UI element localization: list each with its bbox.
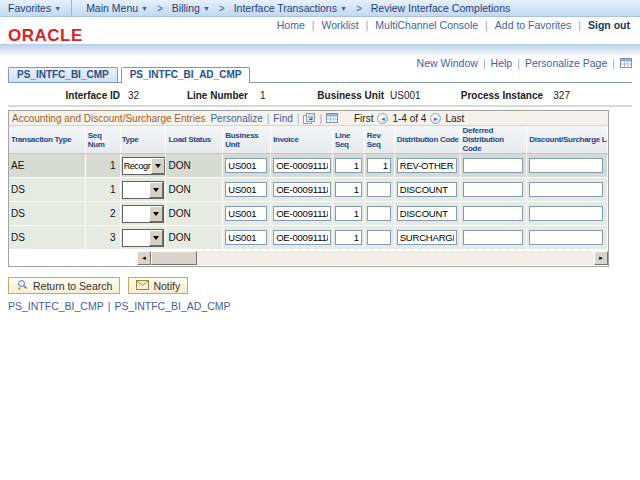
deferred-distribution-code-input[interactable] — [463, 230, 523, 245]
link-separator: | — [108, 300, 111, 312]
col-deferred-distribution-code: Deferred Distribution Code — [461, 126, 528, 153]
col-distribution-code: Distribution Code — [395, 126, 461, 153]
invoice-input[interactable] — [273, 206, 331, 221]
tab-ps-intfc-bi-ad-cmp[interactable]: PS_INTFC_BI_AD_CMP — [121, 67, 251, 83]
rev-seq-input[interactable] — [367, 206, 391, 221]
cell-transaction-type: AE — [9, 154, 86, 178]
type-dropdown[interactable]: Recogniz — [122, 157, 166, 175]
cell-seq-num: 2 — [86, 202, 121, 226]
distribution-code-input[interactable] — [397, 158, 457, 173]
new-window-link[interactable]: New Window — [417, 57, 478, 69]
chevron-down-icon: ▼ — [54, 5, 61, 12]
distribution-code-input[interactable] — [397, 182, 457, 197]
page-tabs: PS_INTFC_BI_CMP PS_INTFC_BI_AD_CMP — [8, 67, 253, 83]
table-row: DS 3 DON — [9, 226, 608, 250]
breadcrumb-item-main-menu[interactable]: Main Menu ▼ — [80, 2, 154, 14]
chevron-down-icon[interactable] — [149, 206, 163, 222]
line-seq-input[interactable] — [335, 182, 362, 197]
scroll-left-icon[interactable]: ◄ — [137, 251, 151, 265]
type-dropdown[interactable] — [122, 181, 165, 199]
pager-next-icon[interactable]: ▸ — [430, 113, 441, 124]
col-transaction-type: Transaction Type — [9, 126, 86, 153]
pager-range: 1-4 of 4 — [392, 113, 426, 124]
scrollbar-thumb[interactable] — [151, 251, 197, 265]
table-row: DS 2 DON — [9, 202, 608, 226]
home-link[interactable]: Home — [277, 19, 305, 31]
cell-type — [121, 178, 167, 202]
deferred-distribution-code-input[interactable] — [463, 206, 523, 221]
tab-ps-intfc-bi-cmp[interactable]: PS_INTFC_BI_CMP — [8, 67, 118, 82]
interface-id-value: 32 — [128, 90, 139, 101]
chevron-down-icon[interactable] — [151, 158, 165, 174]
breadcrumb-item-interface-transactions[interactable]: Interface Transactions ▼ — [228, 2, 353, 14]
type-dropdown[interactable] — [122, 229, 165, 247]
discount-surcharge-level-input[interactable] — [529, 158, 603, 173]
footer-link-ps-intfc-bi-cmp[interactable]: PS_INTFC_BI_CMP — [8, 300, 104, 312]
return-to-search-button[interactable]: Return to Search — [8, 277, 120, 294]
rev-seq-input[interactable] — [367, 182, 391, 197]
col-line-seq: Line Seq — [333, 126, 365, 153]
col-invoice: Invoice — [271, 126, 333, 153]
type-dropdown[interactable] — [122, 205, 165, 223]
rev-seq-input[interactable] — [367, 230, 391, 245]
grid-title: Accounting and Discount/Surcharge Entrie… — [12, 113, 205, 124]
find-link[interactable]: Find — [273, 113, 292, 124]
rev-seq-input[interactable] — [367, 158, 391, 173]
business-unit-input[interactable] — [225, 206, 267, 221]
link-separator: | — [485, 19, 488, 31]
pager-first-label: First — [354, 113, 373, 124]
process-instance-value: 327 — [548, 90, 570, 101]
favorites-menu[interactable]: Favorites ▼ — [0, 2, 71, 14]
discount-surcharge-level-input[interactable] — [529, 182, 603, 197]
personalize-grid-link[interactable]: Personalize — [210, 113, 262, 124]
horizontal-scrollbar[interactable]: ◄ ► — [137, 251, 608, 265]
breadcrumb-divider — [71, 0, 72, 17]
personalize-page-link[interactable]: Personalize Page — [525, 57, 607, 69]
col-load-status: Load Status — [166, 126, 223, 153]
pager-prev-icon[interactable]: ◂ — [377, 113, 388, 124]
peoplesoft-page: Favorites ▼ Main Menu ▼ > Billing ▼ > In… — [0, 0, 640, 480]
page-grid-icon[interactable] — [620, 58, 632, 68]
notify-button[interactable]: Notify — [128, 277, 188, 294]
breadcrumb-item-billing[interactable]: Billing ▼ — [166, 2, 216, 14]
section-divider — [8, 105, 632, 107]
discount-surcharge-level-input[interactable] — [529, 230, 603, 245]
cell-business-unit — [223, 202, 271, 226]
breadcrumb-separator: > — [356, 3, 362, 14]
discount-surcharge-level-input[interactable] — [529, 206, 603, 221]
invoice-input[interactable] — [273, 182, 331, 197]
distribution-code-input[interactable] — [397, 230, 457, 245]
deferred-distribution-code-input[interactable] — [463, 158, 523, 173]
multichannel-console-link[interactable]: MultiChannel Console — [375, 19, 478, 31]
chevron-down-icon[interactable] — [149, 182, 163, 198]
scroll-right-icon[interactable]: ► — [594, 251, 608, 265]
help-link[interactable]: Help — [491, 57, 513, 69]
business-unit-input[interactable] — [225, 182, 267, 197]
chevron-down-icon[interactable] — [149, 230, 163, 246]
cell-transaction-type: DS — [9, 178, 86, 202]
cell-discount-surcharge-level — [527, 178, 608, 202]
header-gradient-band — [0, 44, 640, 57]
line-seq-input[interactable] — [335, 206, 362, 221]
cell-distribution-code — [395, 202, 461, 226]
worklist-link[interactable]: Worklist — [321, 19, 358, 31]
scrollbar-track[interactable] — [197, 251, 594, 265]
footer-link-ps-intfc-bi-ad-cmp[interactable]: PS_INTFC_BI_AD_CMP — [114, 300, 230, 312]
deferred-distribution-code-input[interactable] — [463, 182, 523, 197]
business-unit-label: Business Unit — [312, 90, 384, 101]
oracle-logo: ORACLE — [8, 26, 83, 46]
cell-line-seq — [333, 178, 365, 202]
add-to-favorites-link[interactable]: Add to Favorites — [495, 19, 571, 31]
business-unit-input[interactable] — [225, 230, 267, 245]
invoice-input[interactable] — [273, 158, 331, 173]
distribution-code-input[interactable] — [397, 206, 457, 221]
line-seq-input[interactable] — [335, 230, 362, 245]
sign-out-link[interactable]: Sign out — [588, 19, 630, 31]
view-all-popup-icon[interactable] — [303, 113, 315, 124]
line-seq-input[interactable] — [335, 158, 362, 173]
business-unit-input[interactable] — [225, 158, 267, 173]
invoice-input[interactable] — [273, 230, 331, 245]
cell-discount-surcharge-level — [527, 154, 608, 178]
download-grid-icon[interactable] — [326, 113, 338, 123]
breadcrumb-item-current-page: Review Interface Completions — [365, 2, 516, 14]
